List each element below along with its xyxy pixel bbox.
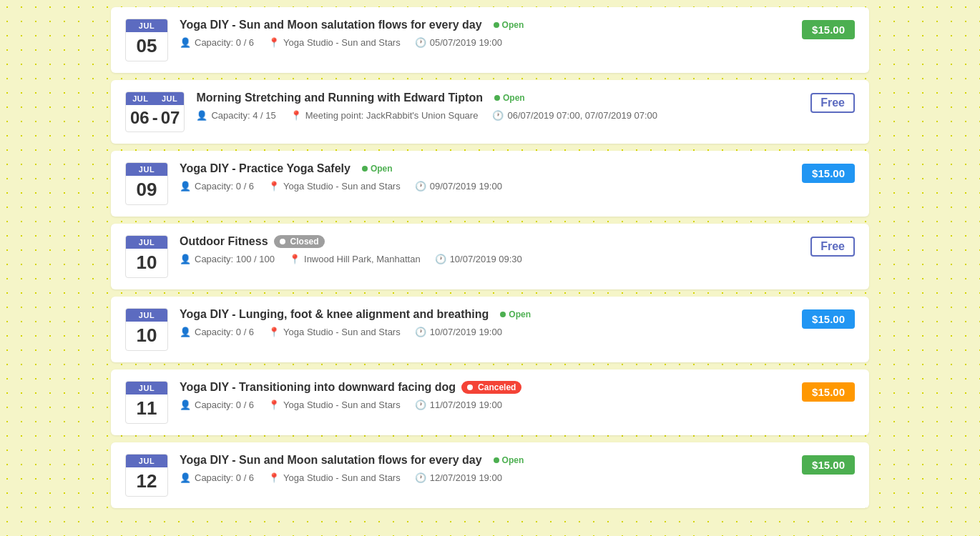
price-badge: $15.00 — [802, 382, 855, 402]
datetime-text: 10/07/2019 19:00 — [430, 327, 502, 337]
date-month: JUL — [126, 309, 167, 322]
capacity-meta: 👤 Capacity: 0 / 6 — [180, 181, 254, 192]
person-icon: 👤 — [180, 399, 191, 410]
status-badge: Open — [489, 91, 531, 104]
capacity-text: Capacity: 100 / 100 — [195, 254, 275, 264]
date-badge: JUL 05 — [125, 19, 168, 61]
event-price: $15.00 — [802, 162, 855, 183]
date-month: JUL — [126, 92, 155, 105]
capacity-meta: 👤 Capacity: 0 / 6 — [180, 399, 254, 410]
price-badge: $15.00 — [802, 309, 855, 329]
event-meta: 👤 Capacity: 0 / 6 📍 Yoga Studio - Sun an… — [180, 399, 790, 410]
event-price: Free — [810, 235, 855, 257]
location-text: Yoga Studio - Sun and Stars — [283, 37, 401, 48]
capacity-meta: 👤 Capacity: 4 / 15 — [196, 110, 275, 121]
capacity-meta: 👤 Capacity: 100 / 100 — [180, 254, 275, 264]
date-day-2: 07 — [161, 108, 180, 128]
location-icon: 📍 — [268, 181, 280, 192]
capacity-meta: 👤 Capacity: 0 / 6 — [180, 327, 254, 337]
location-icon: 📍 — [268, 327, 280, 337]
clock-icon: 🕐 — [415, 472, 426, 483]
capacity-text: Capacity: 0 / 6 — [195, 472, 254, 483]
event-price: $15.00 — [802, 19, 855, 39]
date-badge: JUL 12 — [125, 454, 168, 497]
event-meta: 👤 Capacity: 0 / 6 📍 Yoga Studio - Sun an… — [180, 472, 790, 483]
datetime-meta: 🕐 11/07/2019 19:00 — [415, 399, 502, 410]
location-text: Yoga Studio - Sun and Stars — [283, 472, 401, 483]
price-badge: Free — [810, 93, 855, 113]
person-icon: 👤 — [180, 181, 191, 192]
event-card[interactable]: JUL JUL 06 - 07 Morning Stretching and R… — [111, 80, 869, 144]
event-title: Yoga DIY - Practice Yoga Safely — [180, 162, 351, 175]
event-title: Yoga DIY - Transitioning into downward f… — [180, 381, 456, 394]
clock-icon: 🕐 — [415, 37, 426, 48]
clock-icon: 🕐 — [492, 110, 504, 121]
datetime-meta: 🕐 05/07/2019 19:00 — [415, 37, 502, 48]
event-content: Outdoor Fitness Closed 👤 Capacity: 100 /… — [180, 235, 799, 264]
event-content: Morning Stretching and Running with Edwa… — [196, 91, 799, 121]
event-title: Outdoor Fitness — [180, 235, 268, 248]
event-title: Yoga DIY - Sun and Moon salutation flows… — [180, 19, 482, 31]
date-badge: JUL 10 — [125, 235, 168, 278]
price-badge: Free — [810, 237, 855, 257]
status-badge: Canceled — [461, 381, 521, 394]
datetime-text: 11/07/2019 19:00 — [430, 399, 502, 410]
event-card[interactable]: JUL 12 Yoga DIY - Sun and Moon salutatio… — [111, 442, 869, 508]
event-card[interactable]: JUL 10 Yoga DIY - Lunging, foot & knee a… — [111, 297, 869, 362]
datetime-meta: 🕐 06/07/2019 07:00, 07/07/2019 07:00 — [492, 110, 657, 121]
event-meta: 👤 Capacity: 0 / 6 📍 Yoga Studio - Sun an… — [180, 327, 790, 337]
location-meta: 📍 Inwood Hill Park, Manhattan — [289, 254, 421, 264]
event-price: $15.00 — [802, 381, 855, 402]
price-badge: $15.00 — [802, 20, 855, 39]
date-day: 10 — [126, 322, 167, 350]
event-card[interactable]: JUL 09 Yoga DIY - Practice Yoga Safely O… — [111, 151, 869, 217]
clock-icon: 🕐 — [415, 327, 426, 337]
date-badge: JUL 09 — [125, 162, 168, 205]
location-meta: 📍 Yoga Studio - Sun and Stars — [268, 399, 401, 410]
price-badge: $15.00 — [802, 455, 855, 475]
event-title-row: Yoga DIY - Practice Yoga Safely Open — [180, 162, 790, 175]
location-meta: 📍 Yoga Studio - Sun and Stars — [268, 327, 401, 337]
event-title: Yoga DIY - Sun and Moon salutation flows… — [180, 454, 482, 467]
person-icon: 👤 — [180, 472, 191, 483]
event-title-row: Outdoor Fitness Closed — [180, 235, 799, 248]
datetime-meta: 🕐 10/07/2019 09:30 — [435, 254, 522, 264]
date-month: JUL — [126, 236, 167, 249]
event-meta: 👤 Capacity: 100 / 100 📍 Inwood Hill Park… — [180, 254, 799, 264]
date-month: JUL — [126, 163, 167, 176]
date-day: 10 — [126, 249, 167, 277]
location-meta: 📍 Yoga Studio - Sun and Stars — [268, 181, 401, 192]
event-card[interactable]: JUL 11 Yoga DIY - Transitioning into dow… — [111, 369, 869, 435]
location-text: Yoga Studio - Sun and Stars — [283, 327, 401, 337]
capacity-text: Capacity: 4 / 15 — [211, 110, 275, 121]
location-text: Inwood Hill Park, Manhattan — [304, 254, 421, 264]
location-meta: 📍 Yoga Studio - Sun and Stars — [268, 472, 401, 483]
event-title-row: Yoga DIY - Transitioning into downward f… — [180, 381, 790, 394]
location-meta: 📍 Yoga Studio - Sun and Stars — [268, 37, 401, 48]
event-price: $15.00 — [802, 308, 855, 329]
event-price: $15.00 — [802, 454, 855, 475]
date-badge: JUL 11 — [125, 381, 168, 424]
event-title-row: Morning Stretching and Running with Edwa… — [196, 91, 799, 104]
date-month: JUL — [126, 19, 167, 32]
capacity-text: Capacity: 0 / 6 — [195, 399, 254, 410]
status-badge: Open — [488, 19, 530, 31]
date-month: JUL — [126, 455, 167, 467]
datetime-meta: 🕐 10/07/2019 19:00 — [415, 327, 502, 337]
location-icon: 📍 — [290, 110, 302, 121]
date-month: JUL — [126, 382, 167, 394]
event-card[interactable]: JUL 10 Outdoor Fitness Closed 👤 Capacity… — [111, 224, 869, 289]
date-month-2: JUL — [155, 92, 185, 105]
location-text: Yoga Studio - Sun and Stars — [283, 181, 401, 192]
capacity-meta: 👤 Capacity: 0 / 6 — [180, 472, 254, 483]
events-list: JUL 05 Yoga DIY - Sun and Moon salutatio… — [97, 0, 883, 522]
capacity-meta: 👤 Capacity: 0 / 6 — [180, 37, 254, 48]
event-content: Yoga DIY - Transitioning into downward f… — [180, 381, 790, 410]
event-card[interactable]: JUL 05 Yoga DIY - Sun and Moon salutatio… — [111, 7, 869, 73]
location-icon: 📍 — [268, 472, 280, 483]
datetime-meta: 🕐 12/07/2019 19:00 — [415, 472, 502, 483]
clock-icon: 🕐 — [415, 181, 426, 192]
location-text: Yoga Studio - Sun and Stars — [283, 399, 401, 410]
event-meta: 👤 Capacity: 4 / 15 📍 Meeting point: Jack… — [196, 110, 799, 121]
event-meta: 👤 Capacity: 0 / 6 📍 Yoga Studio - Sun an… — [180, 181, 790, 192]
